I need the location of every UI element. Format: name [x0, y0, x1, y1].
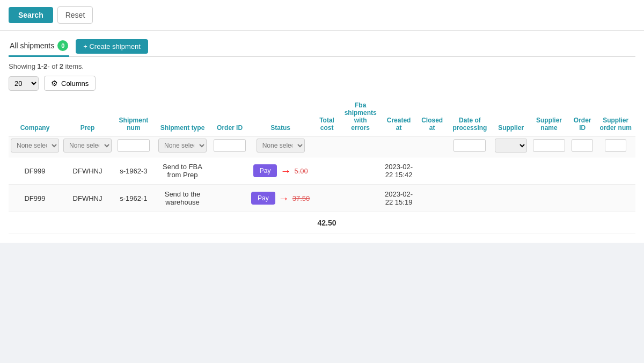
cell-fba-errors-2 [341, 185, 380, 212]
pay-button-2[interactable]: Pay [251, 192, 275, 205]
filter-closed-at [418, 136, 447, 157]
cell-fba-errors-1 [341, 157, 380, 185]
cell-total-cost-1 [313, 157, 340, 185]
total-row: 42.50 [9, 212, 635, 234]
order-id2-filter-input[interactable] [572, 139, 593, 152]
cell-company-1: DF999 [9, 157, 61, 185]
filter-company[interactable]: None selected [9, 136, 61, 157]
cell-supplier-order-num-2 [596, 185, 635, 212]
cell-date-processing-2 [447, 185, 493, 212]
table-row: DF999 DFWHNJ s-1962-1 Send to the wareho… [9, 185, 635, 212]
col-supplier-name: Supplier name [529, 97, 569, 136]
filter-date-processing[interactable] [447, 136, 493, 157]
cell-shipment-type-2: Send to the warehouse [153, 185, 211, 212]
total-cost-value: 42.50 [313, 212, 340, 234]
cell-status-2: Pay → 37.50 [248, 185, 313, 212]
columns-label: Columns [61, 79, 89, 88]
col-status: Status [248, 97, 313, 136]
table-wrap: Company Prep Shipment num Shipment type … [9, 97, 635, 234]
showing-total: 2 [60, 62, 63, 70]
reset-button[interactable]: Reset [57, 6, 93, 24]
top-bar: Search Reset [0, 0, 644, 31]
col-supplier-order-num: Supplier order num [596, 97, 635, 136]
col-closed-at: Closed at [418, 97, 447, 136]
filter-fba-errors [341, 136, 380, 157]
shipments-table: Company Prep Shipment num Shipment type … [9, 97, 635, 234]
filter-supplier-name[interactable] [529, 136, 569, 157]
cell-shipment-num-1: s-1962-3 [114, 157, 153, 185]
cell-prep-2: DFWHNJ [61, 185, 114, 212]
cell-total-cost-2 [313, 185, 340, 212]
filter-supplier[interactable] [493, 136, 529, 157]
tab-all-shipments-label: All shipments [10, 41, 54, 50]
total-empty-cells [341, 212, 635, 234]
col-supplier: Supplier [493, 97, 529, 136]
filter-order-id2[interactable] [569, 136, 596, 157]
date-processing-filter-input[interactable] [453, 139, 486, 152]
cell-order-id2-2 [569, 185, 596, 212]
tabs-row: All shipments 0 + Create shipment [9, 31, 635, 57]
cell-status-1: Pay → 5.00 [248, 157, 313, 185]
gear-icon: ⚙ [51, 79, 58, 88]
cell-prep-1: DFWHNJ [61, 157, 114, 185]
status-filter-select[interactable]: None selected [257, 139, 305, 153]
col-order-id: Order ID [211, 97, 248, 136]
cell-supplier-2 [493, 185, 529, 212]
col-fba-errors: Fba shipments with errors [341, 97, 380, 136]
supplier-filter-select[interactable] [495, 139, 527, 153]
cell-supplier-name-1 [529, 157, 569, 185]
cell-created-at-2: 2023-02-22 15:19 [380, 185, 418, 212]
create-shipment-button[interactable]: + Create shipment [76, 39, 148, 54]
filter-shipment-num[interactable] [114, 136, 153, 157]
supplier-order-num-filter-input[interactable] [605, 139, 626, 152]
filter-shipment-type[interactable]: None selected [153, 136, 211, 157]
col-created-at: Created at [380, 97, 418, 136]
col-company: Company [9, 97, 61, 136]
per-page-select[interactable]: 102050100 [9, 76, 39, 91]
cell-order-id-1 [211, 157, 248, 185]
cell-closed-at-2 [418, 185, 447, 212]
cell-supplier-order-num-1 [596, 157, 635, 185]
table-row: DF999 DFWHNJ s-1962-3 Send to FBA from P… [9, 157, 635, 185]
supplier-name-filter-input[interactable] [533, 139, 565, 152]
strikethrough-cost-2: 37.50 [292, 194, 310, 202]
cell-created-at-1: 2023-02-22 15:42 [380, 157, 418, 185]
cell-shipment-num-2: s-1962-1 [114, 185, 153, 212]
table-header-row: Company Prep Shipment num Shipment type … [9, 97, 635, 136]
filter-order-id[interactable] [211, 136, 248, 157]
cell-closed-at-1 [418, 157, 447, 185]
content-area: All shipments 0 + Create shipment Showin… [0, 31, 644, 243]
cell-supplier-1 [493, 157, 529, 185]
cell-shipment-type-1: Send to FBA from Prep [153, 157, 211, 185]
col-total-cost: Total cost [313, 97, 340, 136]
col-shipment-type: Shipment type [153, 97, 211, 136]
filter-status[interactable]: None selected [248, 136, 313, 157]
tab-all-shipments-badge: 0 [57, 40, 68, 51]
col-order-id2: Order ID [569, 97, 596, 136]
pay-button-1[interactable]: Pay [253, 164, 277, 177]
shipment-num-filter-input[interactable] [118, 139, 150, 152]
strikethrough-cost-1: 5.00 [294, 167, 308, 175]
cell-order-id-2 [211, 185, 248, 212]
company-filter-select[interactable]: None selected [11, 139, 59, 153]
total-label-cell [9, 212, 313, 234]
shipment-type-filter-select[interactable]: None selected [158, 139, 207, 153]
cell-date-processing-1 [447, 157, 493, 185]
filter-prep[interactable]: None selected [61, 136, 114, 157]
filter-created-at [380, 136, 418, 157]
cell-company-2: DF999 [9, 185, 61, 212]
arrow-icon-1: → [280, 165, 291, 177]
tab-all-shipments[interactable]: All shipments 0 [9, 37, 69, 57]
col-date-processing: Date of processing [447, 97, 493, 136]
filter-supplier-order-num[interactable] [596, 136, 635, 157]
col-prep: Prep [61, 97, 114, 136]
order-id-filter-input[interactable] [214, 139, 246, 152]
showing-text: Showing 1-2- of 2 items. [9, 62, 635, 70]
columns-button[interactable]: ⚙ Columns [44, 76, 96, 91]
search-button[interactable]: Search [9, 7, 53, 23]
filter-total-cost [313, 136, 340, 157]
toolbar-row: 102050100 ⚙ Columns [9, 76, 635, 91]
filter-row: None selected None selected None selecte… [9, 136, 635, 157]
prep-filter-select[interactable]: None selected [63, 139, 112, 153]
create-shipment-label: + Create shipment [83, 42, 141, 50]
